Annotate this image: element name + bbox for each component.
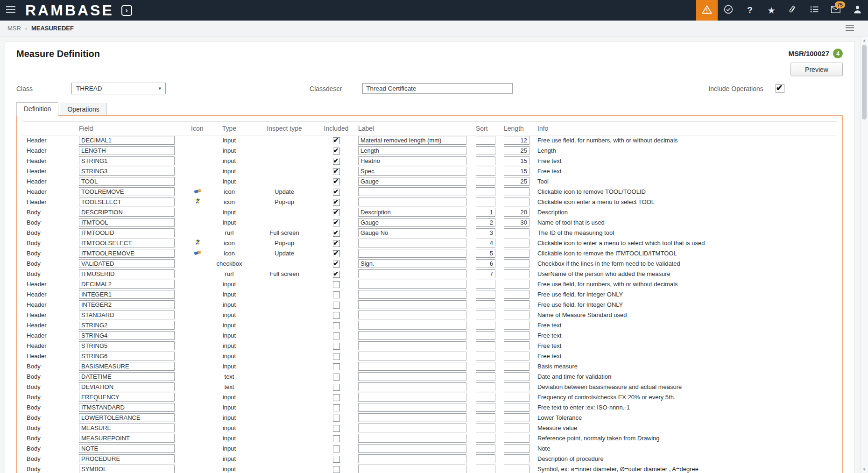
sort-input[interactable]	[476, 454, 495, 463]
sort-input[interactable]	[476, 218, 495, 227]
sort-input[interactable]	[476, 146, 495, 155]
length-input[interactable]	[504, 341, 529, 350]
tools-icon[interactable]	[194, 198, 201, 206]
included-checkbox[interactable]	[333, 435, 340, 442]
eraser-icon[interactable]	[194, 249, 201, 257]
help-button[interactable]: ?	[739, 0, 761, 21]
user-profile-button[interactable]	[847, 0, 868, 21]
included-checkbox[interactable]	[333, 394, 340, 401]
included-checkbox[interactable]	[333, 168, 340, 175]
alerts-button[interactable]	[696, 0, 718, 21]
length-input[interactable]	[504, 239, 529, 247]
included-checkbox[interactable]	[333, 425, 340, 432]
sort-input[interactable]	[476, 403, 495, 412]
field-name-input[interactable]	[79, 167, 175, 176]
tools-icon[interactable]	[194, 239, 201, 247]
sort-input[interactable]	[476, 362, 495, 371]
sort-input[interactable]	[476, 413, 495, 422]
sort-input[interactable]	[476, 136, 495, 145]
tasks-button[interactable]	[804, 0, 825, 21]
label-input[interactable]	[358, 454, 466, 463]
length-input[interactable]	[504, 177, 529, 186]
field-name-input[interactable]	[79, 300, 175, 309]
sort-input[interactable]	[476, 382, 495, 391]
length-input[interactable]	[504, 352, 529, 360]
included-checkbox[interactable]	[333, 261, 340, 268]
length-input[interactable]	[504, 331, 529, 340]
included-checkbox[interactable]	[333, 230, 340, 237]
length-input[interactable]	[504, 413, 529, 422]
included-checkbox[interactable]	[333, 456, 340, 463]
field-name-input[interactable]	[79, 382, 175, 391]
field-name-input[interactable]	[79, 177, 175, 186]
sort-input[interactable]	[476, 239, 495, 247]
field-name-input[interactable]	[79, 311, 175, 319]
scrollbar-thumb[interactable]	[862, 45, 867, 120]
field-name-input[interactable]	[79, 331, 175, 340]
label-input[interactable]	[358, 136, 466, 145]
sort-input[interactable]	[476, 465, 495, 473]
eraser-icon[interactable]	[194, 188, 201, 196]
included-checkbox[interactable]	[333, 353, 340, 360]
messages-button[interactable]: 75	[825, 0, 847, 21]
length-input[interactable]	[504, 403, 529, 412]
length-input[interactable]	[504, 372, 529, 381]
length-input[interactable]	[504, 465, 529, 473]
sort-input[interactable]	[476, 280, 495, 289]
sort-input[interactable]	[476, 269, 495, 278]
label-input[interactable]	[358, 341, 466, 350]
length-input[interactable]	[504, 362, 529, 371]
attachments-button[interactable]	[782, 0, 804, 21]
sort-input[interactable]	[476, 198, 495, 206]
field-name-input[interactable]	[79, 321, 175, 330]
length-input[interactable]	[504, 393, 529, 402]
included-checkbox[interactable]	[333, 219, 340, 226]
included-checkbox[interactable]	[333, 343, 340, 350]
label-input[interactable]	[358, 434, 466, 443]
sort-input[interactable]	[476, 341, 495, 350]
included-checkbox[interactable]	[333, 209, 340, 216]
field-name-input[interactable]	[79, 280, 175, 289]
favorites-button[interactable]: ★	[761, 0, 782, 21]
field-name-input[interactable]	[79, 393, 175, 402]
sort-input[interactable]	[476, 156, 495, 165]
sort-input[interactable]	[476, 372, 495, 381]
length-input[interactable]	[504, 249, 529, 258]
field-name-input[interactable]	[79, 454, 175, 463]
label-input[interactable]	[358, 300, 466, 309]
tab-definition[interactable]: Definition	[16, 102, 58, 116]
label-input[interactable]	[358, 290, 466, 299]
label-input[interactable]	[358, 177, 466, 186]
sort-input[interactable]	[476, 167, 495, 176]
included-checkbox[interactable]	[333, 281, 340, 288]
included-checkbox[interactable]	[333, 271, 340, 278]
label-input[interactable]	[358, 352, 466, 360]
sort-input[interactable]	[476, 300, 495, 309]
main-menu-button[interactable]	[0, 0, 21, 21]
label-input[interactable]	[358, 146, 466, 155]
field-name-input[interactable]	[79, 403, 175, 412]
included-checkbox[interactable]	[333, 322, 340, 329]
label-input[interactable]	[358, 362, 466, 371]
included-checkbox[interactable]	[333, 374, 340, 381]
label-input[interactable]	[358, 249, 466, 258]
label-input[interactable]	[358, 269, 466, 278]
length-input[interactable]	[504, 454, 529, 463]
length-input[interactable]	[504, 444, 529, 453]
field-name-input[interactable]	[79, 228, 175, 237]
field-name-input[interactable]	[79, 156, 175, 165]
length-input[interactable]	[504, 321, 529, 330]
length-input[interactable]	[504, 259, 529, 268]
included-checkbox[interactable]	[333, 302, 340, 309]
field-name-input[interactable]	[79, 424, 175, 432]
length-input[interactable]	[504, 218, 529, 227]
length-input[interactable]	[504, 146, 529, 155]
length-input[interactable]	[504, 269, 529, 278]
included-checkbox[interactable]	[333, 445, 340, 452]
included-checkbox[interactable]	[333, 384, 340, 391]
length-input[interactable]	[504, 300, 529, 309]
length-input[interactable]	[504, 208, 529, 217]
field-name-input[interactable]	[79, 372, 175, 381]
label-input[interactable]	[358, 413, 466, 422]
length-input[interactable]	[504, 280, 529, 289]
